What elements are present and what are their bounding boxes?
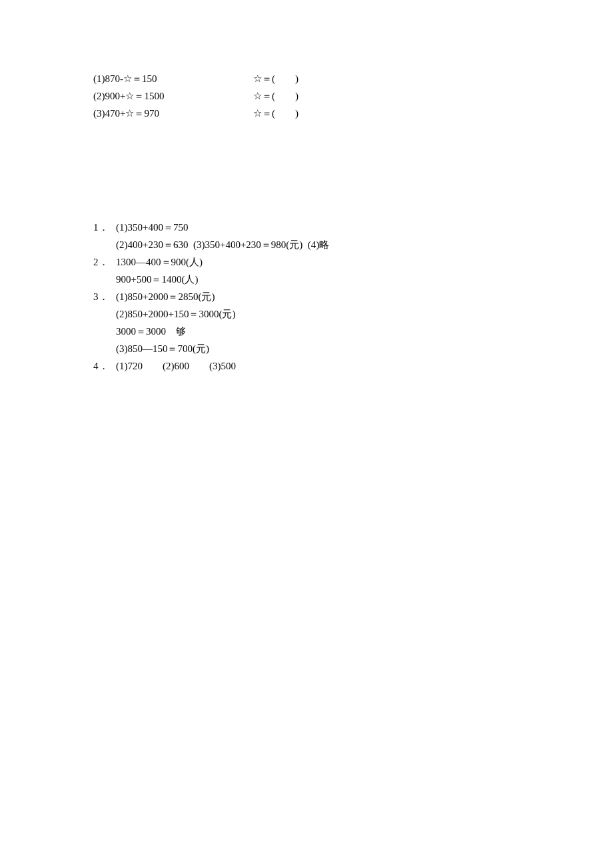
problem-answer-blank: ☆＝( ) — [253, 71, 299, 87]
answer-line: 900+500＝1400(人) — [93, 271, 613, 287]
answer-item: 2． 1300—400＝900(人) — [93, 254, 613, 270]
answer-content: (1)720 (2)600 (3)500 — [116, 358, 613, 374]
problem-row: (2)900+☆＝1500 ☆＝( ) — [93, 88, 613, 104]
answer-item: 3． (1)850+2000＝2850(元) — [93, 289, 613, 305]
answer-number: 4． — [93, 358, 116, 374]
answer-line: (2)400+230＝630 (3)350+400+230＝980(元) (4)… — [93, 237, 613, 253]
answer-content: 1300—400＝900(人) — [116, 254, 613, 270]
problem-equation: (2)900+☆＝1500 — [93, 88, 253, 104]
problem-answer-blank: ☆＝( ) — [253, 105, 299, 121]
answer-content: (1)850+2000＝2850(元) — [116, 289, 613, 305]
answer-number: 1． — [93, 219, 116, 235]
problem-answer-blank: ☆＝( ) — [253, 88, 299, 104]
section-gap — [93, 123, 613, 219]
answer-content: (1)350+400＝750 — [116, 219, 613, 235]
answer-line: (3)850—150＝700(元) — [93, 341, 613, 357]
problem-equation: (3)470+☆＝970 — [93, 105, 253, 121]
answer-item: 4． (1)720 (2)600 (3)500 — [93, 358, 613, 374]
answer-number: 2． — [93, 254, 116, 270]
answer-line: (2)850+2000+150＝3000(元) — [93, 306, 613, 322]
document-content: (1)870-☆＝150 ☆＝( ) (2)900+☆＝1500 ☆＝( ) (… — [0, 0, 613, 374]
answer-number: 3． — [93, 289, 116, 305]
answer-section: 1． (1)350+400＝750 (2)400+230＝630 (3)350+… — [93, 219, 613, 374]
problem-row: (1)870-☆＝150 ☆＝( ) — [93, 71, 613, 87]
problem-row: (3)470+☆＝970 ☆＝( ) — [93, 105, 613, 121]
problem-section: (1)870-☆＝150 ☆＝( ) (2)900+☆＝1500 ☆＝( ) (… — [93, 71, 613, 121]
answer-item: 1． (1)350+400＝750 — [93, 219, 613, 235]
problem-equation: (1)870-☆＝150 — [93, 71, 253, 87]
answer-line: 3000＝3000 够 — [93, 323, 613, 339]
